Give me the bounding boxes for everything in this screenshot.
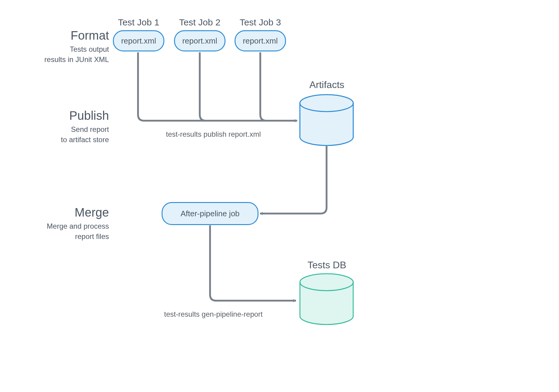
stage-publish-sub2: to artifact store (18, 135, 109, 145)
svg-point-3 (300, 274, 353, 291)
svg-point-2 (300, 95, 353, 112)
stage-format-sub2: results in JUnit XML (18, 54, 109, 65)
job2-title: Test Job 2 (176, 17, 224, 28)
job3-file: report.xml (243, 36, 278, 46)
artifacts-cylinder (300, 95, 353, 145)
artifacts-title: Artifacts (300, 79, 354, 90)
job3-title: Test Job 3 (236, 17, 284, 28)
testsdb-title: Tests DB (300, 260, 354, 271)
stage-format-title: Format (18, 29, 109, 42)
stage-merge-sub2: report files (18, 231, 109, 242)
stage-format-sub1: Tests output (18, 44, 109, 54)
job1-title: Test Job 1 (114, 17, 163, 28)
job2-file: report.xml (182, 36, 217, 46)
stage-publish-title: Publish (18, 109, 109, 122)
job2-node: report.xml (174, 30, 225, 51)
job1-file: report.xml (121, 36, 156, 46)
job1-node: report.xml (113, 30, 164, 51)
gen-command: test-results gen-pipeline-report (138, 310, 289, 318)
stage-format: Format Tests output results in JUnit XML (18, 29, 109, 64)
publish-command: test-results publish report.xml (138, 130, 289, 139)
svg-point-1 (300, 95, 353, 112)
stage-publish-sub1: Send report (18, 124, 109, 135)
testsdb-cylinder (300, 274, 353, 325)
artifacts-label-wrap: Artifacts (300, 79, 354, 93)
after-pipeline-label: After-pipeline job (180, 209, 239, 218)
job3-node: report.xml (235, 30, 286, 51)
stage-merge: Merge Merge and process report files (18, 206, 109, 241)
svg-point-0 (300, 129, 353, 145)
stage-merge-title: Merge (18, 206, 109, 219)
testsdb-label-wrap: Tests DB (300, 260, 354, 273)
stage-merge-sub1: Merge and process (18, 221, 109, 231)
after-pipeline-node: After-pipeline job (162, 202, 258, 225)
stage-publish: Publish Send report to artifact store (18, 109, 109, 145)
